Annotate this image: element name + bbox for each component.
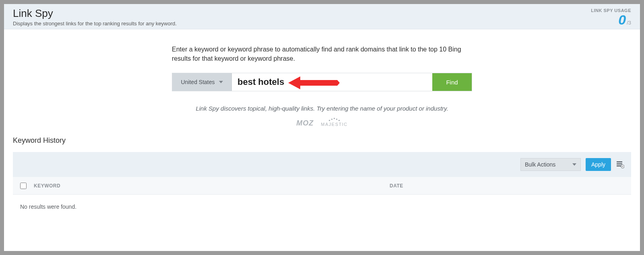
partner-logos: MOZ MAJESTIC (172, 119, 472, 128)
majestic-logo-text: MAJESTIC (321, 122, 347, 127)
majestic-stars-icon (329, 120, 340, 121)
search-section: Enter a keyword or keyword phrase to aut… (172, 29, 472, 132)
search-row: United States Find (172, 73, 472, 91)
moz-logo: MOZ (296, 119, 314, 128)
find-button[interactable]: Find (432, 73, 472, 91)
column-keyword[interactable]: KEYWORD (34, 183, 390, 189)
search-instruction: Enter a keyword or keyword phrase to aut… (172, 45, 472, 63)
select-all-cell (13, 183, 34, 189)
page-title: Link Spy (13, 7, 177, 20)
usage-total: /3 (627, 20, 631, 26)
search-hint: Link Spy discovers topical, high-quality… (172, 105, 472, 112)
history-section: Keyword History Bulk Actions Apply (4, 132, 640, 223)
header-bar: Link Spy Displays the strongest links fo… (4, 4, 640, 29)
history-toolbar: Bulk Actions Apply (13, 152, 631, 177)
majestic-logo: MAJESTIC (321, 120, 347, 127)
svg-rect-2 (617, 163, 622, 165)
column-date[interactable]: DATE (390, 183, 631, 189)
select-all-checkbox[interactable] (20, 183, 27, 189)
keyword-input[interactable] (232, 73, 432, 91)
bulk-actions-label: Bulk Actions (525, 161, 555, 168)
usage-value: 0/3 (591, 13, 631, 27)
header-title-block: Link Spy Displays the strongest links fo… (13, 7, 177, 27)
history-table-header: KEYWORD DATE (13, 177, 631, 195)
country-select-label: United States (181, 79, 215, 85)
svg-rect-1 (617, 161, 622, 162)
app-frame: Link Spy Displays the strongest links fo… (4, 4, 640, 251)
history-title: Keyword History (13, 136, 631, 145)
chevron-down-icon (572, 163, 576, 166)
history-empty-message: No results were found. (13, 195, 631, 219)
bulk-actions-select[interactable]: Bulk Actions (520, 158, 581, 171)
usage-used: 0 (618, 13, 626, 27)
svg-point-5 (622, 166, 623, 167)
usage-block: LINK SPY USAGE 0/3 (591, 8, 631, 27)
chevron-down-icon (219, 81, 223, 83)
page-subtitle: Displays the strongest links for the top… (13, 21, 177, 27)
country-select[interactable]: United States (172, 73, 232, 91)
apply-button[interactable]: Apply (586, 158, 611, 171)
columns-settings-icon[interactable] (616, 160, 625, 169)
